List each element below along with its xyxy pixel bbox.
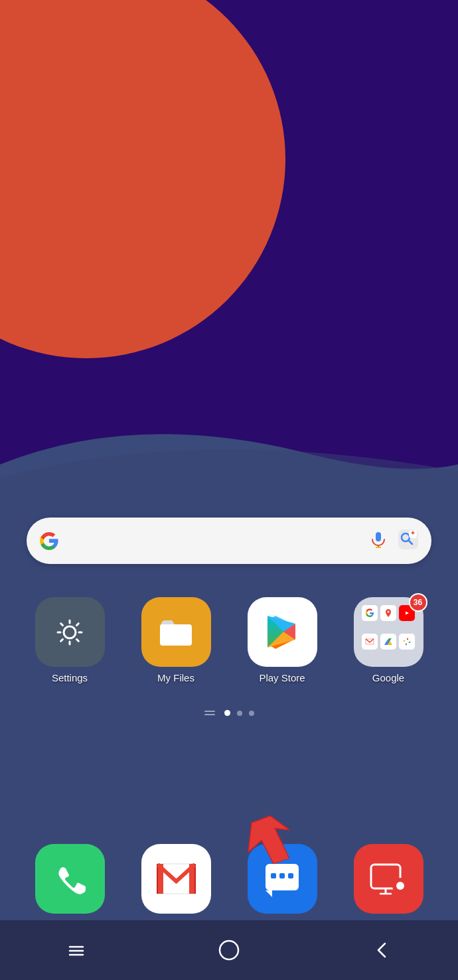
svg-rect-2	[376, 532, 381, 541]
phone-icon	[52, 862, 87, 896]
page-dot-1[interactable]	[224, 710, 230, 716]
app-myfiles[interactable]: My Files	[126, 597, 226, 683]
app-settings[interactable]: Settings	[20, 597, 119, 683]
home-screen: Settings My Files	[0, 0, 458, 980]
phone-icon-bg	[35, 844, 105, 914]
gmail-icon	[155, 861, 198, 897]
screenrecord-icon-bg	[354, 844, 423, 914]
home-button[interactable]	[209, 930, 249, 970]
app-google-folder[interactable]: 36	[339, 597, 438, 683]
recent-apps-icon	[67, 941, 86, 959]
dock-phone[interactable]	[20, 844, 119, 914]
back-icon	[374, 941, 389, 959]
app-grid: Settings My Files	[20, 597, 438, 683]
page-lines-indicator	[204, 711, 215, 715]
page-dot-3[interactable]	[249, 711, 254, 716]
settings-icon-bg	[35, 597, 105, 667]
navigation-bar	[0, 920, 458, 980]
svg-point-9	[387, 611, 389, 613]
google-folder-label: Google	[372, 672, 404, 683]
google-mini-icon	[362, 605, 378, 621]
svg-rect-15	[288, 873, 293, 878]
notification-badge: 36	[409, 593, 427, 612]
dock-gmail[interactable]	[126, 844, 226, 914]
page-line-1	[204, 711, 215, 712]
svg-point-24	[220, 941, 238, 959]
photos-mini-icon	[399, 634, 415, 650]
google-folder-icon-bg: 36	[354, 597, 423, 667]
page-line-2	[204, 714, 215, 715]
home-icon	[218, 939, 240, 961]
google-search-bar[interactable]	[27, 518, 431, 564]
google-logo	[38, 530, 60, 551]
myfiles-label: My Files	[157, 672, 194, 683]
app-playstore[interactable]: Play Store	[232, 597, 332, 683]
myfiles-icon-bg	[141, 597, 211, 667]
maps-mini-icon	[380, 605, 396, 621]
playstore-label: Play Store	[259, 672, 305, 683]
back-button[interactable]	[362, 930, 402, 970]
page-dot-2[interactable]	[237, 711, 242, 716]
google-lens-icon[interactable]	[397, 528, 420, 553]
gear-icon	[52, 615, 87, 650]
playstore-icon-detail	[261, 610, 304, 654]
screen-record-icon	[368, 861, 408, 898]
settings-label: Settings	[52, 672, 88, 683]
drive-mini-icon	[380, 634, 396, 650]
folder-icon	[157, 615, 194, 650]
playstore-icon-bg	[248, 597, 317, 667]
microphone-icon[interactable]	[369, 530, 388, 551]
svg-rect-14	[279, 873, 285, 878]
svg-point-8	[64, 626, 76, 638]
recent-apps-button[interactable]	[56, 930, 96, 970]
dock-screenrecorder[interactable]	[339, 844, 438, 914]
page-indicators	[0, 710, 458, 716]
svg-point-20	[396, 882, 404, 890]
gmail-mini-icon2	[362, 634, 378, 650]
gmail-icon-bg	[141, 844, 211, 914]
